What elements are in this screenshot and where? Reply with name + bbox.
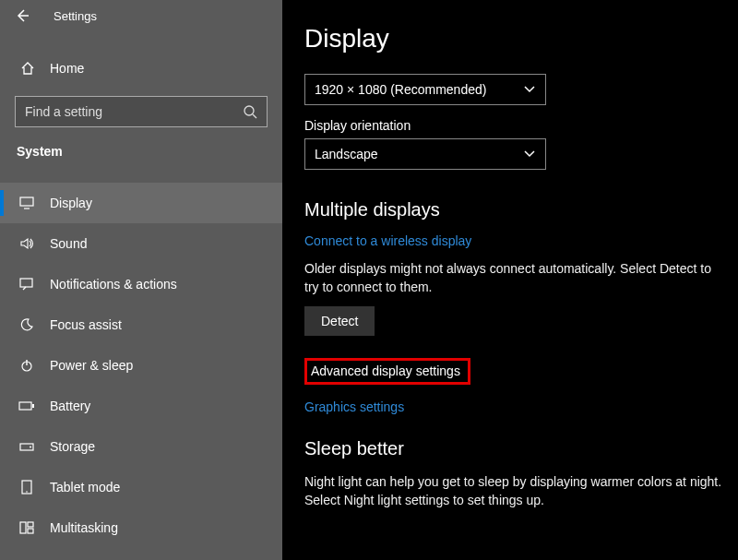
- nav-label: Storage: [50, 439, 95, 454]
- nav-item-display[interactable]: Display: [0, 183, 282, 223]
- power-icon: [17, 359, 37, 372]
- graphics-settings-link[interactable]: Graphics settings: [304, 399, 738, 414]
- message-icon: [17, 278, 37, 291]
- nav-item-storage[interactable]: Storage: [0, 426, 282, 467]
- orientation-select[interactable]: Landscape: [304, 138, 546, 170]
- svg-rect-1: [20, 197, 33, 206]
- monitor-icon: [17, 197, 37, 209]
- search-input[interactable]: [25, 104, 243, 119]
- nav-item-focus-assist[interactable]: Focus assist: [0, 304, 282, 345]
- nav-item-battery[interactable]: Battery: [0, 386, 282, 426]
- svg-point-9: [26, 491, 28, 493]
- advanced-display-label: Advanced display settings: [311, 363, 460, 378]
- search-icon: [243, 104, 257, 119]
- nav-list: Display Sound Notifications & actions Fo…: [0, 183, 282, 548]
- svg-rect-2: [20, 279, 32, 287]
- svg-point-7: [30, 447, 31, 448]
- resolution-value: 1920 × 1080 (Recommended): [315, 82, 486, 97]
- window-title: Settings: [54, 9, 97, 23]
- back-button[interactable]: [11, 5, 33, 27]
- nav-item-tablet-mode[interactable]: Tablet mode: [0, 467, 282, 507]
- home-button[interactable]: Home: [0, 50, 282, 87]
- orientation-value: Landscape: [315, 147, 378, 161]
- nav-item-notifications[interactable]: Notifications & actions: [0, 264, 282, 304]
- multiple-displays-heading: Multiple displays: [304, 199, 738, 220]
- chevron-down-icon: [523, 85, 536, 94]
- nav-label: Battery: [50, 399, 90, 413]
- svg-rect-4: [19, 402, 31, 410]
- svg-rect-5: [32, 404, 34, 408]
- wireless-display-link[interactable]: Connect to a wireless display: [304, 233, 738, 248]
- home-label: Home: [50, 61, 84, 76]
- detect-hint: Older displays might not always connect …: [304, 259, 720, 297]
- resolution-select[interactable]: 1920 × 1080 (Recommended): [304, 74, 546, 105]
- svg-rect-12: [28, 529, 33, 533]
- chevron-down-icon: [523, 149, 536, 159]
- arrow-left-icon: [15, 8, 30, 23]
- multitask-icon: [17, 521, 37, 534]
- detect-button[interactable]: Detect: [304, 306, 375, 336]
- sidebar: Settings Home System Display Sound Notif…: [0, 0, 282, 560]
- nav-label: Notifications & actions: [50, 277, 177, 292]
- svg-point-0: [244, 106, 254, 115]
- moon-icon: [17, 318, 37, 331]
- tablet-icon: [17, 480, 37, 494]
- nav-item-power-sleep[interactable]: Power & sleep: [0, 345, 282, 386]
- sleep-better-heading: Sleep better: [304, 438, 738, 459]
- nav-label: Power & sleep: [50, 358, 133, 373]
- search-box[interactable]: [15, 96, 268, 127]
- nav-item-sound[interactable]: Sound: [0, 223, 282, 264]
- nav-label: Sound: [50, 236, 87, 251]
- drive-icon: [17, 441, 37, 452]
- nav-item-multitasking[interactable]: Multitasking: [0, 507, 282, 548]
- svg-rect-10: [20, 522, 26, 533]
- main-content: Display 1920 × 1080 (Recommended) Displa…: [282, 0, 738, 560]
- speaker-icon: [17, 237, 37, 250]
- section-label: System: [0, 127, 282, 166]
- nav-label: Display: [50, 196, 92, 210]
- page-title: Display: [304, 24, 738, 54]
- sleep-better-body: Night light can help you get to sleep by…: [304, 472, 738, 510]
- home-icon: [17, 61, 39, 76]
- title-bar: Settings: [0, 0, 282, 31]
- nav-label: Tablet mode: [50, 480, 120, 494]
- nav-label: Focus assist: [50, 317, 122, 332]
- svg-rect-11: [28, 522, 33, 527]
- advanced-display-link[interactable]: Advanced display settings: [304, 358, 470, 385]
- orientation-label: Display orientation: [304, 118, 738, 133]
- nav-label: Multitasking: [50, 520, 118, 535]
- battery-icon: [17, 400, 37, 411]
